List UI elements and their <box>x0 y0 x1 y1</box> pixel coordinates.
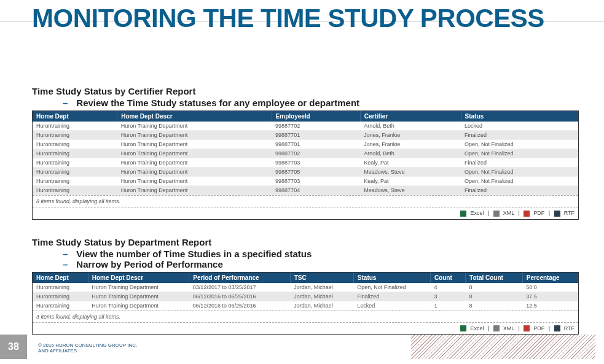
table-cell: Hurontraining <box>33 283 88 292</box>
table-cell: Open, Not Finalized <box>353 283 430 292</box>
rtf-icon[interactable] <box>554 325 560 331</box>
rtf-link[interactable]: RTF <box>564 210 575 216</box>
table-cell: Meadows, Steve <box>360 186 461 195</box>
table-cell: Hurontraining <box>33 158 117 168</box>
bullet-dash: – <box>63 98 68 108</box>
report1-box: Home Dept Home Dept Descr EmployeeId Cer… <box>32 110 579 220</box>
table-cell: Huron Training Department <box>117 158 272 168</box>
table-cell: Huron Training Department <box>88 283 189 292</box>
section2-bullet1-text: View the number of Time Studies in a spe… <box>76 249 312 259</box>
table-cell: 99887702 <box>272 122 360 131</box>
page-title: MONITORING THE TIME STUDY PROCESS <box>32 5 544 32</box>
excel-link[interactable]: Excel <box>470 325 484 331</box>
report1-table: Home Dept Home Dept Descr EmployeeId Cer… <box>33 111 578 195</box>
table-cell: Open, Not Finalized <box>461 177 578 186</box>
table-row: HurontrainingHuron Training Department99… <box>33 149 578 158</box>
table-cell: Hurontraining <box>33 177 117 186</box>
bullet-dash: – <box>63 259 68 269</box>
table-cell: Kealy, Pat <box>360 158 461 168</box>
report1-footer: 8 items found, displaying all items. <box>33 195 578 207</box>
table-cell: 50.0 <box>522 283 578 292</box>
pdf-link[interactable]: PDF <box>533 325 544 331</box>
table-cell: 8 <box>466 301 523 310</box>
section1-bullet-text: Review the Time Study statuses for any e… <box>76 98 359 108</box>
table-cell: Huron Training Department <box>117 149 272 158</box>
table-cell: Hurontraining <box>33 186 117 195</box>
table-row: HurontrainingHuron Training Department99… <box>33 158 578 168</box>
copyright-line1: © 2016 HURON CONSULTING GROUP INC. <box>38 343 137 349</box>
report2-footer: 3 items found, displaying all items. <box>33 311 578 322</box>
table-cell: 8 <box>466 283 523 292</box>
rtf-link[interactable]: RTF <box>564 325 575 331</box>
table-cell: Meadows, Steve <box>360 168 461 177</box>
th: Home Dept Descr <box>117 111 272 122</box>
pdf-icon[interactable] <box>524 325 530 331</box>
xml-icon[interactable] <box>493 325 500 331</box>
table-row: HurontrainingHuron Training Department06… <box>33 292 578 301</box>
table-row: HurontrainingHuron Training Department06… <box>33 301 578 310</box>
table-cell: Huron Training Department <box>88 301 189 310</box>
pdf-icon[interactable] <box>524 211 530 217</box>
table-cell: Huron Training Department <box>117 177 272 186</box>
th: Status <box>461 111 578 122</box>
section1-header: Time Study Status by Certifier Report <box>32 86 579 96</box>
table-cell: Open, Not Finalized <box>461 168 578 177</box>
table-cell: Jordan, Michael <box>290 292 353 301</box>
table-cell: Jordan, Michael <box>290 283 353 292</box>
table-cell: 12.5 <box>522 301 578 310</box>
th: Count <box>430 273 465 283</box>
xml-link[interactable]: XML <box>503 325 514 331</box>
table-cell: Finalized <box>353 292 430 301</box>
xml-icon[interactable] <box>493 211 500 217</box>
table-cell: 37.5 <box>522 292 578 301</box>
excel-icon[interactable] <box>460 211 466 217</box>
th: Certifier <box>360 111 461 122</box>
excel-icon[interactable] <box>460 325 466 331</box>
table-cell: Hurontraining <box>33 140 117 149</box>
footer-hatch <box>411 335 595 359</box>
xml-link[interactable]: XML <box>503 210 514 216</box>
table-cell: Hurontraining <box>33 131 117 140</box>
th: Percentage <box>522 273 578 283</box>
table-cell: Kealy, Pat <box>360 177 461 186</box>
rtf-icon[interactable] <box>554 211 560 217</box>
th: TSC <box>290 273 353 283</box>
table-cell: 06/12/2016 to 06/25/2016 <box>189 292 290 301</box>
sep: | <box>488 325 491 331</box>
table-cell: Jordan, Michael <box>290 301 353 310</box>
report2-table: Home Dept Home Dept Descr Period of Perf… <box>33 273 578 311</box>
section2-bullet2-text: Narrow by Period of Performance <box>76 259 222 269</box>
table-cell: Huron Training Department <box>117 131 272 140</box>
sep: | <box>549 325 552 331</box>
report2-header-row: Home Dept Home Dept Descr Period of Perf… <box>33 273 578 283</box>
table-row: HurontrainingHuron Training Department99… <box>33 186 578 195</box>
section1-bullet: – Review the Time Study statuses for any… <box>63 98 579 108</box>
table-cell: 1 <box>430 301 465 310</box>
th: Status <box>353 273 430 283</box>
table-cell: Huron Training Department <box>117 186 272 195</box>
table-cell: 99887705 <box>272 168 360 177</box>
section2-bullet1: – View the number of Time Studies in a s… <box>63 249 579 259</box>
table-row: HurontrainingHuron Training Department99… <box>33 168 578 177</box>
excel-link[interactable]: Excel <box>470 210 484 216</box>
table-cell: 99887702 <box>272 149 360 158</box>
table-cell: Hurontraining <box>33 149 117 158</box>
table-cell: 3 <box>430 292 465 301</box>
table-cell: 06/12/2016 to 06/25/2016 <box>189 301 290 310</box>
page-number: 38 <box>0 335 27 359</box>
table-row: HurontrainingHuron Training Department03… <box>33 283 578 292</box>
section2-header: Time Study Status by Department Report <box>32 237 579 247</box>
th: Total Count <box>466 273 523 283</box>
th: Period of Performance <box>189 273 290 283</box>
bullet-dash: – <box>63 249 68 259</box>
export-row: Excel | XML | PDF | RTF <box>33 207 578 219</box>
main-content: Time Study Status by Certifier Report – … <box>32 86 579 346</box>
th: Home Dept Descr <box>88 273 189 283</box>
table-cell: Huron Training Department <box>117 122 272 131</box>
table-cell: Finalized <box>461 158 578 168</box>
table-cell: Locked <box>461 122 578 131</box>
table-cell: Hurontraining <box>33 301 88 310</box>
pdf-link[interactable]: PDF <box>533 210 544 216</box>
table-cell: 99887704 <box>272 186 360 195</box>
table-row: HurontrainingHuron Training Department99… <box>33 122 578 131</box>
